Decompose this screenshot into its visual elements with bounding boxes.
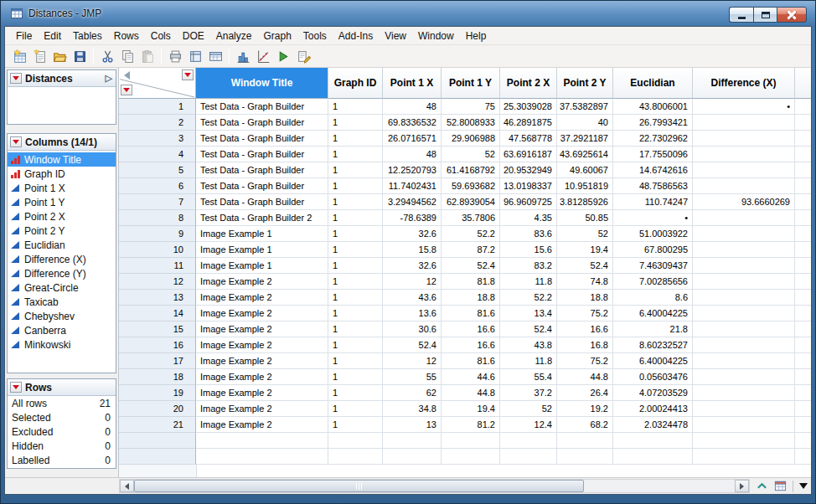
table-cell[interactable]: • — [613, 210, 693, 226]
table-cell[interactable] — [500, 433, 557, 449]
table-cell[interactable] — [693, 433, 795, 449]
table-cell[interactable] — [693, 353, 795, 369]
column-item-point-2-y[interactable]: Point 2 Y — [8, 224, 116, 238]
column-item-canberra[interactable]: Canberra — [8, 323, 116, 337]
table-cell[interactable]: 1 — [328, 369, 383, 385]
table-cell[interactable]: 37.5382897 — [557, 99, 613, 115]
table-cell[interactable]: 35.7806 — [442, 210, 500, 226]
table-cell[interactable]: 81.6 — [442, 306, 500, 321]
table-cell[interactable]: 13.0198337 — [500, 178, 557, 194]
copy-icon[interactable] — [118, 47, 137, 65]
column-item-point-1-x[interactable]: Point 1 X — [8, 181, 116, 195]
table-cell[interactable]: 55.4 — [500, 369, 557, 385]
table-cell[interactable] — [795, 194, 811, 210]
table-cell[interactable] — [795, 290, 811, 306]
table-cell[interactable]: 69.8336532 — [383, 115, 442, 131]
rows-stat-labelled[interactable]: Labelled0 — [8, 453, 116, 467]
table-cell[interactable]: 12.4 — [500, 417, 557, 433]
table-cell[interactable] — [693, 115, 795, 131]
data-grid-icon[interactable] — [206, 47, 225, 65]
table-cell[interactable]: 44.8 — [557, 369, 613, 385]
table-cell[interactable]: 13.6 — [383, 306, 442, 321]
row-number[interactable]: 18 — [119, 369, 196, 385]
table-cell[interactable]: 4.35 — [500, 210, 557, 226]
menu-item-tools[interactable]: Tools — [297, 28, 333, 44]
table-cell[interactable]: 30.6 — [383, 321, 442, 337]
table-cell[interactable]: Test Data - Graph Builder — [196, 162, 328, 178]
column-item-window-title[interactable]: Window Title — [8, 152, 116, 167]
table-cell[interactable] — [693, 369, 795, 385]
table-cell[interactable] — [795, 401, 811, 417]
table-cell[interactable]: 83.2 — [500, 258, 557, 274]
table-cell[interactable]: 25.3039028 — [500, 99, 557, 115]
table-cell[interactable]: 18.8 — [442, 290, 500, 306]
table-cell[interactable]: 1 — [328, 306, 383, 321]
table-menu-icon[interactable] — [10, 73, 22, 84]
table-cell[interactable] — [795, 449, 811, 465]
table-cell[interactable] — [693, 449, 795, 465]
column-header-point-2-y[interactable]: Point 2 Y — [557, 68, 613, 99]
table-cell[interactable]: 81.2 — [442, 417, 500, 433]
table-cell[interactable]: 43.6 — [383, 290, 442, 306]
table-cell[interactable] — [383, 433, 442, 449]
table-cell[interactable]: 11.8 — [500, 274, 557, 290]
row-number[interactable]: 15 — [119, 321, 196, 337]
run-script-icon[interactable] — [274, 47, 292, 65]
column-header-window-title[interactable]: Window Title — [196, 68, 328, 99]
table-cell[interactable] — [693, 226, 795, 242]
table-cell[interactable]: 47.568778 — [500, 131, 557, 147]
rows-stat-excluded[interactable]: Excluded0 — [8, 424, 116, 439]
table-cell[interactable]: 37.2921187 — [557, 131, 613, 147]
row-number[interactable]: 11 — [119, 258, 196, 274]
table-cell[interactable] — [795, 99, 811, 115]
table-cell[interactable]: 93.6660269 — [693, 194, 795, 210]
table-cell[interactable]: 16.6 — [442, 337, 500, 353]
distribution-icon[interactable] — [234, 47, 252, 65]
table-cell[interactable]: 52 — [500, 401, 557, 417]
new-data-table-icon[interactable] — [10, 47, 28, 65]
table-cell[interactable]: Image Example 1 — [196, 258, 328, 274]
table-cell[interactable]: Test Data - Graph Builder — [196, 147, 328, 162]
table-cell[interactable]: 1 — [328, 162, 383, 178]
table-cell[interactable]: 11.7402431 — [383, 178, 442, 194]
table-cell[interactable] — [693, 306, 795, 321]
table-cell[interactable]: Test Data - Graph Builder — [196, 178, 328, 194]
table-cell[interactable]: 14.6742616 — [613, 162, 693, 178]
horizontal-scrollbar[interactable] — [119, 479, 750, 493]
table-cell[interactable] — [795, 162, 811, 178]
table-cell[interactable]: 19.2 — [557, 401, 613, 417]
table-cell[interactable] — [693, 417, 795, 433]
table-cell[interactable]: 21.8 — [613, 321, 693, 337]
menu-item-graph[interactable]: Graph — [257, 28, 297, 44]
table-cell[interactable] — [795, 226, 811, 242]
table-cell[interactable]: 22.7302962 — [613, 131, 693, 147]
table-cell[interactable] — [693, 258, 795, 274]
table-cell[interactable]: Test Data - Graph Builder 2 — [196, 210, 328, 226]
table-cell[interactable]: 49.60067 — [557, 162, 613, 178]
table-cell[interactable]: 51.0003922 — [613, 226, 693, 242]
table-cell[interactable]: 1 — [328, 115, 383, 131]
table-cell[interactable] — [613, 449, 693, 465]
column-item-minkowski[interactable]: Minkowski — [8, 337, 116, 352]
row-number[interactable]: 19 — [119, 385, 196, 401]
minimize-button[interactable] — [729, 7, 753, 23]
table-cell[interactable]: 7.00285656 — [613, 274, 693, 290]
table-cell[interactable]: Image Example 2 — [196, 353, 328, 369]
table-cell[interactable]: 32.6 — [383, 226, 442, 242]
table-cell[interactable] — [795, 433, 811, 449]
table-cell[interactable]: 34.8 — [383, 401, 442, 417]
maximize-button[interactable] — [753, 7, 777, 23]
table-cell[interactable]: 81.6 — [442, 353, 500, 369]
row-number[interactable]: 14 — [119, 306, 196, 321]
table-cell[interactable]: 12 — [383, 353, 442, 369]
table-cell[interactable]: 26.0716571 — [383, 131, 442, 147]
table-cell[interactable]: Test Data - Graph Builder — [196, 99, 328, 115]
table-cell[interactable]: 26.7993421 — [613, 115, 693, 131]
table-cell[interactable] — [795, 369, 811, 385]
table-cell[interactable]: 62 — [383, 385, 442, 401]
scroll-left-button[interactable] — [120, 480, 134, 492]
table-cell[interactable] — [693, 210, 795, 226]
table-cell[interactable] — [693, 162, 795, 178]
table-cell[interactable]: 52.2 — [500, 290, 557, 306]
row-number[interactable]: 21 — [119, 417, 196, 433]
